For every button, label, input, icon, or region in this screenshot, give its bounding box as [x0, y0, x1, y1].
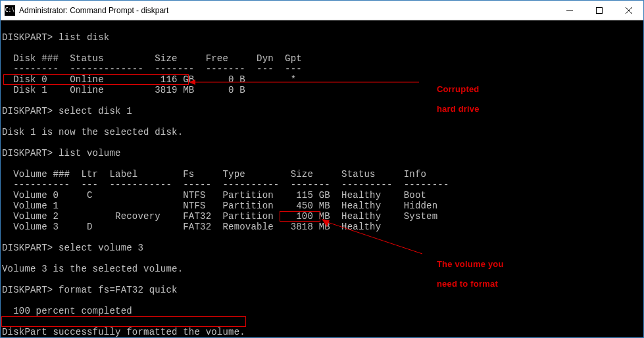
console-line: 100 percent completed — [2, 306, 132, 316]
console-line: DiskPart successfully formatted the volu… — [2, 327, 245, 337]
annotation-text-line: Corrupted — [437, 84, 480, 94]
maximize-button[interactable] — [584, 1, 614, 20]
console-line: DISKPART> select disk 1 — [2, 106, 132, 116]
close-icon — [626, 7, 632, 14]
console-line: Volume ### Ltr Label Fs Type Size Status… — [2, 169, 426, 180]
window-controls — [555, 1, 643, 20]
minimize-button[interactable] — [555, 1, 584, 20]
maximize-icon — [596, 7, 603, 14]
console-line: Volume 2 Recovery FAT32 Partition 100 MB… — [2, 211, 437, 222]
console-area[interactable]: DISKPART> list disk Disk ### Status Size… — [1, 20, 643, 337]
titlebar: C:\ Administrator: Command Prompt - disk… — [1, 1, 643, 20]
window-title: Administrator: Command Prompt - diskpart — [19, 6, 555, 15]
console-line: DISKPART> list volume — [2, 148, 121, 158]
console-line: Volume 1 NTFS Partition 450 MB Healthy H… — [2, 201, 437, 211]
annotation-box-success — [1, 316, 246, 327]
console-line: DISKPART> select volume 3 — [2, 243, 143, 253]
annotation-text-line: need to format — [437, 279, 498, 289]
console-line: Disk 1 Online 3819 MB 0 B — [2, 85, 245, 95]
svg-rect-1 — [596, 7, 602, 13]
annotation-text-line: hard drive — [437, 104, 480, 114]
console-line: DISKPART> format fs=FAT32 quick — [2, 285, 178, 295]
console-line: Disk 0 Online 116 GB 0 B * — [2, 74, 296, 85]
console-line: Volume 0 C NTFS Partition 115 GB Healthy… — [2, 190, 426, 201]
minimize-icon — [566, 7, 573, 14]
cmd-icon: C:\ — [5, 5, 15, 16]
console-line: Volume 3 is the selected volume. — [2, 264, 183, 274]
console-line: Disk ### Status Size Free Dyn Gpt — [2, 53, 302, 64]
console-line: DISKPART> list disk — [2, 32, 109, 43]
console-line: ---------- --- ----------- ----- -------… — [2, 180, 449, 190]
console-line: Volume 3 D FAT32 Removable 3818 MB Healt… — [2, 222, 381, 232]
close-button[interactable] — [614, 1, 643, 20]
window-frame: C:\ Administrator: Command Prompt - disk… — [0, 0, 644, 338]
cmd-icon-label: C:\ — [5, 7, 14, 13]
annotation-label-corrupted: Corrupted hard drive — [422, 74, 480, 124]
annotation-text-line: The volume you — [437, 259, 504, 269]
console-line: Disk 1 is now the selected disk. — [2, 127, 183, 137]
console-line: -------- ------------- ------- ------- -… — [2, 64, 302, 74]
annotation-label-volume: The volume you need to format — [422, 249, 504, 299]
